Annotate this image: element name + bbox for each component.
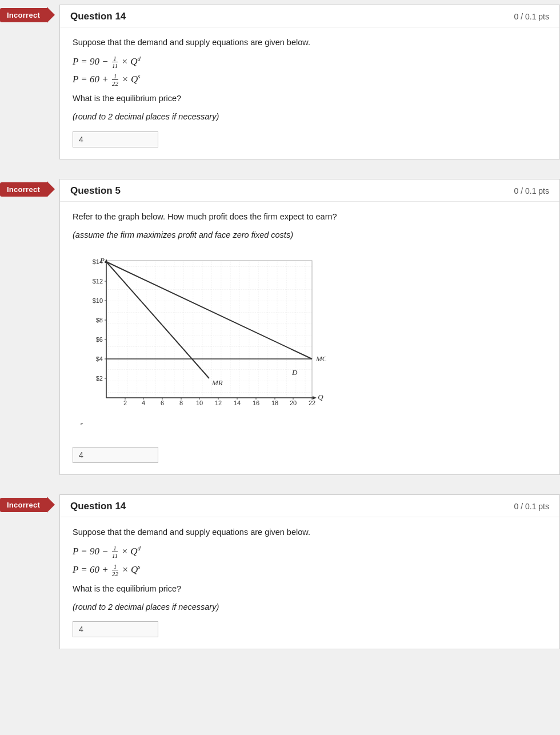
question-block-1: Incorrect Question 14 0 / 0.1 pts Suppos… [0, 0, 560, 164]
question-block-3: Incorrect Question 14 0 / 0.1 pts Suppos… [0, 490, 560, 654]
svg-text:10: 10 [196, 400, 203, 406]
frac-3: 111 [112, 545, 118, 559]
question-header-3: Question 14 0 / 0.1 pts [60, 495, 559, 517]
svg-text:$8: $8 [96, 317, 103, 323]
svg-text:18: 18 [271, 400, 278, 406]
question-title-5: Question 5 [70, 185, 121, 197]
svg-text:8: 8 [179, 400, 183, 406]
question-content-1: Question 14 0 / 0.1 pts Suppose that the… [59, 5, 560, 159]
svg-text:$4: $4 [96, 355, 103, 362]
question-pts-5: 0 / 0.1 pts [514, 186, 549, 195]
svg-rect-1 [106, 261, 312, 398]
equation-1: P = 90 − 111 × Qd [73, 55, 547, 69]
d-label: D [291, 368, 298, 377]
svg-text:$6: $6 [96, 336, 103, 343]
answer-input-3[interactable] [73, 621, 158, 637]
incorrect-badge-3: Incorrect [0, 498, 47, 512]
svg-text:14: 14 [234, 400, 241, 406]
chevron-icon-1 [47, 7, 55, 23]
equation-4: P = 60 + 122 × Qs [73, 563, 547, 577]
frac-1: 111 [112, 55, 118, 69]
question-header-1: Question 14 0 / 0.1 pts [60, 5, 559, 27]
answer-input-5[interactable] [73, 447, 158, 463]
question-note-3: (round to 2 decimal places if necessary) [73, 601, 547, 614]
frac-2: 122 [112, 73, 118, 87]
question-block-5: Incorrect Question 5 0 / 0.1 pts Refer t… [0, 174, 560, 480]
svg-text:$10: $10 [93, 297, 103, 304]
incorrect-badge-5: Incorrect [0, 182, 47, 197]
body-intro-3: Suppose that the demand and supply equat… [73, 526, 547, 539]
graph-container: P Q $2 $4 $6 $8 [81, 255, 326, 431]
mr-label: MR [211, 378, 223, 387]
body-intro-5: Refer to the graph below. How much profi… [73, 211, 547, 223]
svg-text:12: 12 [215, 400, 222, 406]
question-content-3: Question 14 0 / 0.1 pts Suppose that the… [59, 494, 560, 649]
svg-text:6: 6 [161, 400, 164, 406]
svg-text:2: 2 [123, 400, 127, 406]
question-note-1: (round to 2 decimal places if necessary) [73, 111, 547, 123]
question-pts-1: 0 / 0.1 pts [514, 12, 549, 21]
question-pts-3: 0 / 0.1 pts [514, 502, 549, 511]
frac-4: 122 [112, 563, 118, 577]
answer-input-1[interactable] [73, 131, 158, 147]
svg-text:4: 4 [142, 400, 145, 406]
question-body-5: Refer to the graph below. How much profi… [60, 202, 559, 475]
chevron-icon-5 [47, 181, 55, 197]
x-axis-label: Q [318, 393, 323, 401]
question-content-5: Question 5 0 / 0.1 pts Refer to the grap… [59, 179, 560, 476]
question-body-1: Suppose that the demand and supply equat… [60, 27, 559, 159]
svg-text:$14: $14 [93, 258, 103, 265]
mc-label: MC [315, 354, 326, 363]
equation-2: P = 60 + 122 × Qs [73, 73, 547, 87]
svg-text:$2: $2 [96, 375, 103, 382]
chevron-icon-3 [47, 497, 55, 513]
svg-text:16: 16 [253, 400, 259, 406]
question-text-1: What is the equilibrium price? [73, 93, 547, 105]
question-title-3: Question 14 [70, 501, 126, 512]
svg-text:20: 20 [290, 400, 297, 406]
svg-text:$12: $12 [93, 278, 103, 285]
svg-text:22: 22 [309, 400, 315, 406]
question-note-5: (assume the firm maximizes profit and fa… [73, 229, 547, 242]
equation-3: P = 90 − 111 × Qd [73, 545, 547, 559]
question-title-1: Question 14 [70, 11, 126, 22]
question-body-3: Suppose that the demand and supply equat… [60, 517, 559, 649]
question-header-5: Question 5 0 / 0.1 pts [60, 179, 559, 202]
body-intro-1: Suppose that the demand and supply equat… [73, 37, 547, 49]
econ-graph: P Q $2 $4 $6 $8 [81, 255, 326, 421]
incorrect-badge-1: Incorrect [0, 8, 47, 22]
question-text-3: What is the equilibrium price? [73, 583, 547, 596]
